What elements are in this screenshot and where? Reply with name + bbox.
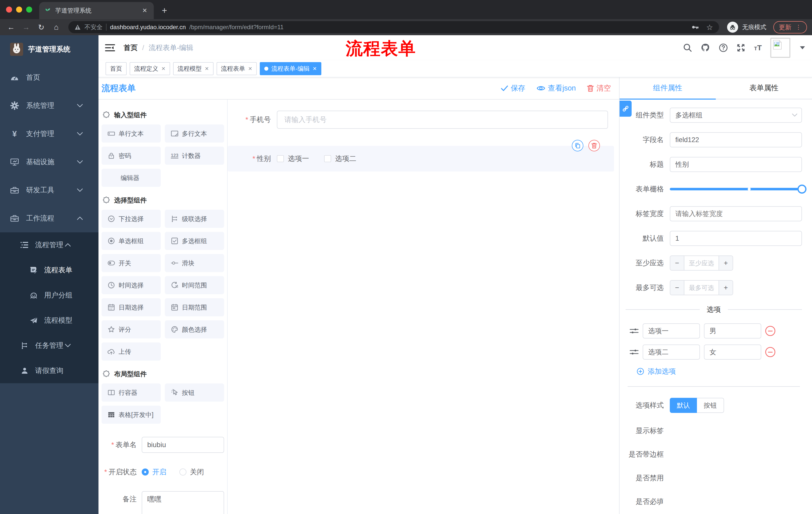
option-2-value-input[interactable]: [704, 345, 761, 360]
browser-tab[interactable]: 芋道管理系统 ✕: [39, 2, 154, 19]
tag-process-form[interactable]: 流程表单✕: [216, 62, 257, 75]
copy-component-button[interactable]: [572, 140, 583, 152]
palette-item-time-range[interactable]: 时间范围: [165, 276, 224, 294]
plus-icon[interactable]: +: [719, 281, 733, 295]
close-icon[interactable]: ✕: [248, 65, 253, 72]
close-icon[interactable]: ✕: [313, 65, 317, 72]
palette-item-button[interactable]: 按钮: [165, 383, 224, 402]
field-name-input[interactable]: [670, 132, 802, 147]
tag-process-form-edit[interactable]: 流程表单-编辑✕: [260, 62, 321, 75]
avatar[interactable]: [770, 38, 790, 58]
min-select-stepper[interactable]: − 至少应选 +: [670, 255, 733, 271]
help-icon[interactable]: [719, 43, 728, 52]
slider-track[interactable]: [670, 188, 802, 190]
palette-item-table[interactable]: 表格[开发中]: [102, 406, 161, 424]
sidebar-item-devtools[interactable]: 研发工具: [0, 176, 98, 204]
update-button[interactable]: 更新 ⋮: [773, 21, 807, 33]
browser-menu-icon[interactable]: ⋮: [795, 24, 802, 31]
status-radio-off[interactable]: 关闭: [179, 464, 204, 480]
remove-option-icon[interactable]: [765, 326, 775, 336]
sidebar-item-system[interactable]: 系统管理: [0, 91, 98, 120]
minimize-window-button[interactable]: [16, 6, 22, 12]
user-menu-caret-icon[interactable]: [800, 46, 805, 49]
palette-item-upload[interactable]: 上传: [102, 343, 161, 360]
sidebar-item-payment[interactable]: ¥ 支付管理: [0, 120, 98, 148]
remove-option-icon[interactable]: [765, 347, 775, 357]
status-radio-on[interactable]: 开启: [142, 464, 166, 480]
clear-button[interactable]: 清空: [587, 83, 611, 93]
form-remark-textarea[interactable]: 嘿嘿: [142, 491, 224, 514]
palette-item-rate[interactable]: 评分: [102, 320, 161, 339]
canvas-field-gender-selected[interactable]: 性别 选项一 选项二: [228, 146, 614, 171]
style-default-button[interactable]: 默认: [670, 398, 697, 413]
github-icon[interactable]: [701, 43, 710, 52]
close-tab-icon[interactable]: ✕: [141, 6, 149, 15]
font-size-icon[interactable]: TT: [754, 44, 762, 52]
palette-item-slider[interactable]: 滑块: [165, 254, 224, 272]
collapse-sidebar-icon[interactable]: [104, 41, 117, 54]
palette-item-dropdown-select[interactable]: 下拉选择: [102, 210, 161, 228]
forward-icon[interactable]: →: [20, 21, 32, 33]
palette-item-date-picker[interactable]: 日期选择: [102, 298, 161, 316]
reload-icon[interactable]: ↻: [35, 21, 47, 33]
label-width-input[interactable]: [670, 206, 802, 221]
canvas-field-phone[interactable]: 手机号: [228, 111, 614, 129]
drag-handle-icon[interactable]: [630, 327, 639, 334]
form-name-input[interactable]: [142, 437, 224, 453]
drag-handle-icon[interactable]: [630, 349, 639, 356]
new-tab-button[interactable]: +: [159, 2, 170, 19]
minus-icon[interactable]: −: [670, 256, 685, 270]
close-window-button[interactable]: [6, 6, 12, 12]
phone-field-input[interactable]: [277, 111, 608, 129]
slider-handle[interactable]: [798, 185, 807, 194]
palette-item-password[interactable]: 密码: [102, 146, 161, 165]
palette-item-row-container[interactable]: 行容器: [102, 383, 161, 402]
min-select-placeholder[interactable]: 至少应选: [685, 256, 719, 270]
add-option-button[interactable]: 添加选项: [637, 367, 802, 376]
tag-process-definition[interactable]: 流程定义✕: [129, 62, 170, 75]
sidebar-item-task-management[interactable]: 任务管理: [0, 333, 98, 358]
plus-icon[interactable]: +: [719, 256, 733, 270]
tag-process-model[interactable]: 流程模型✕: [173, 62, 213, 75]
option-2-name-input[interactable]: [643, 345, 700, 360]
sidebar-item-workflow[interactable]: 工作流程: [0, 204, 98, 232]
tab-form-props[interactable]: 表单属性: [716, 77, 812, 99]
palette-item-date-range[interactable]: 日期范围: [165, 298, 224, 316]
tab-component-props[interactable]: 组件属性: [619, 77, 716, 99]
gender-option-2[interactable]: 选项二: [324, 154, 356, 163]
style-button-button[interactable]: 按钮: [697, 398, 724, 413]
close-icon[interactable]: ✕: [161, 65, 166, 72]
back-icon[interactable]: ←: [5, 21, 17, 33]
max-select-stepper[interactable]: − 最多可选 +: [670, 280, 733, 295]
zoom-window-button[interactable]: [26, 6, 32, 12]
delete-component-button[interactable]: [588, 140, 600, 152]
sidebar-item-infrastructure[interactable]: 基础设施: [0, 148, 98, 176]
title-input[interactable]: [670, 157, 802, 172]
palette-item-single-line-text[interactable]: 单行文本: [102, 125, 161, 142]
palette-item-editor[interactable]: 编辑器: [102, 169, 161, 187]
option-1-value-input[interactable]: [704, 323, 761, 339]
sidebar-item-process-form[interactable]: 流程表单: [0, 258, 98, 283]
view-json-button[interactable]: 查看json: [536, 83, 576, 93]
close-icon[interactable]: ✕: [205, 65, 209, 72]
sidebar-item-leave-query[interactable]: 请假查询: [0, 358, 98, 383]
bookmark-star-icon[interactable]: ☆: [706, 23, 713, 32]
checkbox-icon[interactable]: [277, 155, 284, 162]
form-grid-slider[interactable]: [670, 182, 802, 197]
checkbox-icon[interactable]: [324, 155, 331, 162]
save-button[interactable]: 保存: [501, 83, 525, 93]
sidebar-item-process-management[interactable]: 流程管理: [0, 232, 98, 258]
palette-item-counter[interactable]: 123 计数器: [165, 146, 224, 165]
palette-item-multi-line-text[interactable]: 多行文本: [165, 125, 224, 142]
option-1-name-input[interactable]: [643, 323, 700, 339]
minus-icon[interactable]: −: [670, 281, 685, 295]
sidebar-item-user-groups[interactable]: 用户分组: [0, 283, 98, 308]
gender-option-1[interactable]: 选项一: [277, 154, 309, 163]
component-type-select[interactable]: 多选框组: [670, 108, 802, 123]
address-bar[interactable]: 不安全 dashboard.yudao.iocoder.cn/bpm/manag…: [68, 21, 719, 33]
tag-home[interactable]: 首页: [106, 62, 127, 75]
palette-item-color-picker[interactable]: 颜色选择: [165, 320, 224, 339]
palette-item-cascader[interactable]: 级联选择: [165, 210, 224, 228]
max-select-placeholder[interactable]: 最多可选: [685, 281, 719, 295]
search-icon[interactable]: [683, 43, 692, 52]
